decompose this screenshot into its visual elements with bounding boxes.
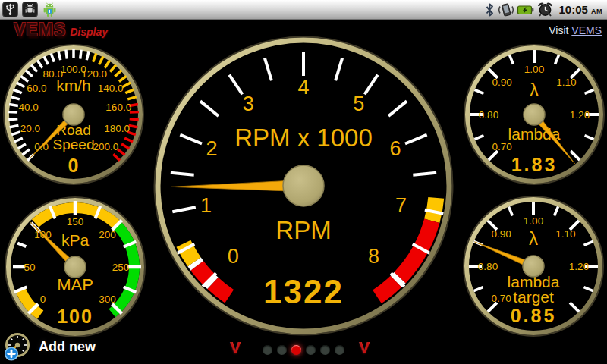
gauge-unit: λ xyxy=(530,80,539,100)
alarm-icon xyxy=(537,2,553,17)
gauge-hub xyxy=(283,165,324,206)
gauge-scale-label: 300 xyxy=(99,293,116,305)
gauge-scale-label: 3 xyxy=(243,93,254,115)
gauge-scale-label: 140.0 xyxy=(98,83,124,94)
vems-logo: VEMSDisplay xyxy=(14,20,108,40)
gauge-scale-label: 180.0 xyxy=(104,123,130,134)
gauge-scale-label: 200.0 xyxy=(93,141,119,152)
gauge-scale-label: 1.00 xyxy=(524,64,544,75)
gauge-lambda-target[interactable]: 0.700.800.901.001.101.20λlambdatarget0.8… xyxy=(464,196,603,336)
clock-time: 10:05 xyxy=(558,3,587,16)
gauge-dashboard: 012345678RPM x 1000RPM13220.020.040.060.… xyxy=(0,0,607,364)
gauge-scale-label: 0.70 xyxy=(492,141,511,152)
battery-charging-icon xyxy=(517,2,535,17)
gauge-scale-label: 1.10 xyxy=(556,77,576,88)
gauge-unit: km/h xyxy=(56,77,91,94)
gauge-scale-label: 40.0 xyxy=(19,102,39,113)
gauge-hub xyxy=(523,256,544,277)
gauge-scale-label: 0.90 xyxy=(492,77,511,88)
gauge-tick xyxy=(66,50,67,59)
gauge-scale-label: 160.0 xyxy=(105,102,131,113)
gauge-scale-label: 7 xyxy=(395,194,407,217)
gauge-tick xyxy=(130,119,139,120)
gauge-lambda[interactable]: 0.700.800.901.001.101.20λlambda1.83 xyxy=(464,45,604,184)
page-indicator[interactable] xyxy=(263,345,344,355)
clock-suffix: AM xyxy=(591,8,602,15)
clock: 10:05 AM xyxy=(558,3,602,16)
gauge-scale-label: 1.10 xyxy=(555,228,575,240)
gauge-value: 1.83 xyxy=(511,154,558,175)
visit-vems: Visit VEMS xyxy=(549,24,602,36)
gauge-scale-label: 4 xyxy=(297,76,309,99)
gauge-value: 0.85 xyxy=(511,305,557,326)
gauge-scale-label: 200 xyxy=(99,229,116,240)
vems-logo-sub: Display xyxy=(70,26,108,38)
android-mascot-icon xyxy=(42,2,58,17)
gauge-hub xyxy=(524,104,545,125)
gauge-scale-label: 1.20 xyxy=(570,109,590,121)
page-dot xyxy=(335,345,344,355)
gauge-tick xyxy=(10,125,19,127)
gauge-unit: λ xyxy=(529,228,538,249)
add-new-button[interactable]: Add new xyxy=(3,332,96,361)
gauge-scale-label: 20.0 xyxy=(20,123,40,134)
vems-v-mark-left: V xyxy=(230,340,241,356)
gauge-road-speed[interactable]: 0.020.040.060.080.0100.0120.0140.0160.01… xyxy=(4,45,143,184)
gauge-rpm[interactable]: 012345678RPM x 1000RPM1322 xyxy=(155,37,453,335)
gauge-scale-label: 1.20 xyxy=(569,261,589,272)
gauge-name: target xyxy=(513,288,554,306)
usb-icon xyxy=(2,2,18,17)
gauge-scale-label: 5 xyxy=(353,93,364,115)
gauge-value: 0 xyxy=(68,155,80,176)
gauge-scale-label: 8 xyxy=(368,245,379,268)
gauge-scale-label: 0 xyxy=(40,293,46,305)
gauge-value: 1322 xyxy=(263,273,344,310)
gauge-hub xyxy=(63,104,84,125)
visit-prefix: Visit xyxy=(549,24,568,36)
gauge-scale-label: 0.80 xyxy=(478,261,498,272)
gauge-tick xyxy=(9,105,18,106)
status-bar[interactable]: 10:05 AM xyxy=(0,0,607,20)
vibrate-icon xyxy=(498,2,514,17)
page-dot xyxy=(277,345,287,355)
add-new-label: Add new xyxy=(39,339,96,355)
status-bar-right: 10:05 AM xyxy=(482,2,607,17)
vems-logo-main: VEMS xyxy=(14,20,66,39)
add-gauge-icon xyxy=(3,332,32,361)
gauge-map[interactable]: 050100150200250300kPaMAP100 xyxy=(5,197,145,337)
page-dot xyxy=(306,345,316,355)
bluetooth-icon xyxy=(484,2,495,17)
gauge-scale-label: 2 xyxy=(206,137,217,160)
gauge-scale-label: 1 xyxy=(200,194,212,217)
gauge-tick xyxy=(8,119,17,120)
gauge-scale-label: 0.90 xyxy=(491,228,511,240)
gauge-name: Speed xyxy=(53,136,95,152)
gauge-hub xyxy=(64,256,86,278)
gauge-tick xyxy=(80,50,81,59)
page-dot xyxy=(320,345,330,355)
vems-v-mark-right: V xyxy=(359,340,370,356)
gauge-scale-label: 60.0 xyxy=(27,83,46,94)
gauge-scale-label: 250 xyxy=(112,262,130,273)
gauge-unit: kPa xyxy=(61,231,90,249)
gauge-scale-label: 0.70 xyxy=(491,293,511,304)
gauge-scale-label: 6 xyxy=(390,137,401,160)
visit-vems-link[interactable]: VEMS xyxy=(571,24,602,36)
gauge-title: RPM x 1000 xyxy=(234,124,373,152)
page-dot xyxy=(263,345,272,355)
status-bar-left xyxy=(0,2,60,17)
gauge-sub-label: RPM xyxy=(275,216,331,244)
page-dot-active xyxy=(291,345,301,355)
gauge-scale-label: 0 xyxy=(228,245,239,268)
gauge-scale-label: 50 xyxy=(24,262,35,273)
debug-icon xyxy=(22,2,38,17)
gauge-value: 100 xyxy=(57,306,93,327)
gauge-scale-label: 1.00 xyxy=(524,215,543,227)
gauge-scale-label: 0.80 xyxy=(479,109,498,121)
gauge-tick xyxy=(129,125,138,127)
gauge-scale-label: 150 xyxy=(67,216,84,228)
screen: 012345678RPM x 1000RPM13220.020.040.060.… xyxy=(0,0,607,364)
